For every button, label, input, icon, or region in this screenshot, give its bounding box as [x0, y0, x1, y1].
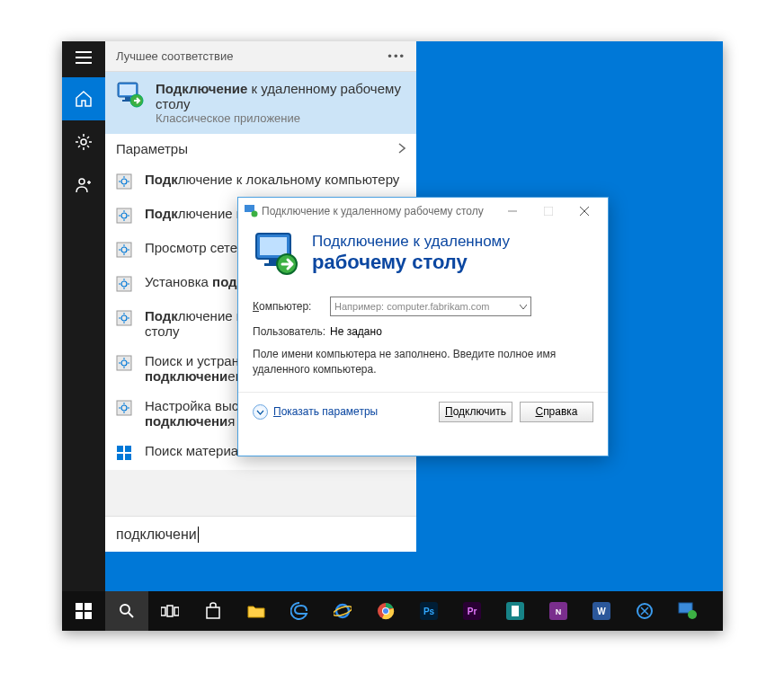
svg-line-11 — [87, 137, 89, 138]
svg-line-82 — [129, 613, 133, 617]
svg-rect-80 — [85, 612, 92, 619]
gear-icon[interactable] — [62, 120, 105, 164]
maximize-button[interactable] — [530, 198, 566, 225]
more-icon[interactable]: ••• — [388, 41, 405, 72]
svg-rect-77 — [76, 603, 83, 610]
svg-rect-62 — [117, 446, 123, 452]
app-blue-icon[interactable] — [623, 591, 666, 631]
start-left-sidebar — [62, 41, 105, 591]
store-icon — [116, 445, 134, 463]
rdp-title-text: Подключение к удаленному рабочему столу — [258, 205, 494, 217]
svg-text:N: N — [556, 607, 562, 616]
svg-line-8 — [78, 137, 80, 138]
best-match-subtitle: Классическое приложение — [156, 111, 405, 125]
search-field-row[interactable]: подключени — [105, 516, 416, 552]
rdp-note-text: Поле имени компьютера не заполнено. Введ… — [253, 347, 593, 377]
settings-gear-icon — [116, 400, 134, 418]
settings-gear-icon — [116, 276, 134, 294]
svg-text:Ps: Ps — [423, 607, 435, 616]
settings-gear-icon — [116, 242, 134, 260]
photoshop-icon[interactable]: Ps — [407, 591, 450, 631]
svg-rect-96 — [512, 606, 519, 616]
premiere-icon[interactable]: Pr — [450, 591, 494, 631]
settings-item[interactable]: Подключение к локальному компьютеру — [105, 164, 416, 199]
svg-point-3 — [81, 139, 86, 145]
chevron-right-icon — [398, 134, 405, 164]
computer-combobox[interactable]: Например: computer.fabrikam.com — [330, 297, 531, 316]
text-caret — [198, 527, 199, 543]
parameters-label: Параметры — [116, 134, 188, 164]
svg-point-103 — [688, 610, 697, 619]
svg-rect-63 — [125, 446, 131, 452]
onenote-icon[interactable]: N — [537, 591, 580, 631]
rdp-taskbar-icon[interactable] — [666, 591, 709, 631]
svg-rect-69 — [544, 207, 553, 216]
svg-rect-66 — [245, 205, 254, 212]
user-icon[interactable] — [62, 164, 105, 207]
settings-gear-icon — [116, 355, 134, 373]
close-button[interactable] — [566, 198, 602, 225]
settings-gear-icon — [116, 310, 134, 328]
search-input-text: подключени — [116, 527, 197, 543]
computer-label: Компьютер: — [253, 300, 330, 313]
svg-point-90 — [383, 608, 388, 614]
svg-rect-78 — [85, 603, 92, 610]
file-explorer-icon[interactable] — [235, 591, 278, 631]
rdp-dialog: Подключение к удаленному рабочему столу … — [237, 197, 609, 456]
user-value: Не задано — [330, 325, 382, 338]
parameters-category[interactable]: Параметры — [105, 134, 416, 164]
svg-rect-17 — [125, 97, 130, 100]
minimize-button[interactable] — [494, 198, 530, 225]
task-view-icon[interactable] — [148, 591, 192, 631]
svg-text:Pr: Pr — [468, 607, 477, 616]
home-icon[interactable] — [62, 77, 105, 120]
best-match-header: Лучшее соответствие — [116, 41, 233, 72]
svg-point-12 — [79, 179, 85, 184]
svg-rect-83 — [161, 607, 165, 615]
chevron-down-icon — [520, 301, 527, 312]
svg-rect-64 — [117, 454, 123, 460]
svg-rect-65 — [125, 454, 131, 460]
rdp-title-icon — [244, 203, 258, 220]
user-label: Пользователь: — [253, 325, 330, 338]
svg-rect-84 — [167, 606, 173, 616]
app-teal-icon[interactable] — [494, 591, 537, 631]
computer-placeholder: Например: computer.fabrikam.com — [334, 301, 490, 312]
word-icon[interactable]: W — [580, 591, 623, 631]
best-match-title-bold: Подключение — [156, 81, 247, 96]
settings-item-text: Подключение к локальному компьютеру — [145, 172, 399, 187]
svg-rect-79 — [76, 612, 83, 619]
taskbar: Ps Pr N W — [62, 591, 723, 631]
connect-button[interactable]: Подключить — [439, 402, 512, 422]
rdp-banner-line1: Подключение к удаленному — [312, 233, 510, 251]
expand-down-icon — [253, 404, 268, 420]
edge-icon[interactable] — [278, 591, 321, 631]
svg-line-9 — [87, 146, 89, 147]
hamburger-icon[interactable] — [62, 41, 105, 74]
settings-gear-icon — [116, 173, 134, 191]
svg-text:W: W — [597, 607, 606, 616]
start-button[interactable] — [62, 591, 105, 631]
svg-point-67 — [252, 210, 258, 217]
help-button[interactable]: Справка — [520, 402, 593, 422]
taskbar-search-icon[interactable] — [105, 591, 148, 631]
svg-point-81 — [120, 605, 129, 614]
desktop-area: Лучшее соответствие ••• Подключение к уд… — [62, 41, 723, 631]
rdp-banner-line2: рабочему столу — [312, 251, 510, 274]
best-match-item[interactable]: Подключение к удаленному рабочему столу … — [105, 72, 416, 134]
show-options-link[interactable]: Показать параметры — [253, 404, 378, 420]
rdp-app-icon — [116, 81, 145, 110]
ie-icon[interactable] — [321, 591, 364, 631]
svg-rect-85 — [174, 607, 179, 615]
svg-line-10 — [78, 146, 80, 147]
rdp-titlebar[interactable]: Подключение к удаленному рабочему столу — [238, 198, 608, 225]
rdp-banner-icon — [253, 230, 299, 277]
store-taskbar-icon[interactable] — [192, 591, 235, 631]
svg-rect-73 — [260, 237, 287, 255]
chrome-icon[interactable] — [364, 591, 407, 631]
svg-rect-16 — [120, 84, 136, 95]
settings-gear-icon — [116, 208, 134, 226]
